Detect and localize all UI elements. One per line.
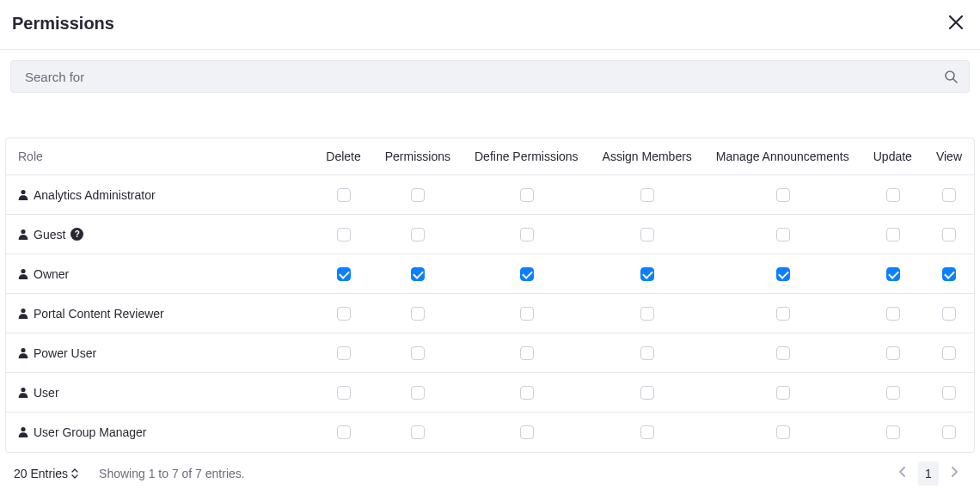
checkbox-assign-members[interactable] (640, 425, 654, 439)
column-header-view[interactable]: View (924, 138, 974, 175)
checkbox-view[interactable] (942, 386, 956, 400)
checkbox-update[interactable] (886, 425, 900, 439)
checkbox-assign-members[interactable] (640, 188, 654, 202)
checkbox-view[interactable] (942, 307, 956, 321)
checkbox-view[interactable] (942, 228, 956, 241)
permission-cell (704, 373, 861, 413)
checkbox-assign-members[interactable] (640, 346, 654, 360)
help-icon[interactable]: ? (70, 228, 83, 241)
checkbox-delete[interactable] (337, 425, 351, 439)
checkbox-define-permissions[interactable] (520, 346, 534, 360)
checkbox-manage-announcements[interactable] (776, 307, 790, 321)
permission-cell (924, 373, 974, 413)
checkbox-define-permissions[interactable] (520, 307, 534, 321)
footer-left: 20 Entries Showing 1 to 7 of 7 entries. (14, 467, 245, 480)
checkbox-permissions[interactable] (411, 346, 425, 360)
checkbox-assign-members[interactable] (640, 267, 654, 281)
role-cell: Analytics Administrator (6, 175, 314, 215)
checkbox-view[interactable] (942, 188, 956, 202)
checkbox-define-permissions[interactable] (520, 425, 534, 439)
checkbox-assign-members[interactable] (640, 386, 654, 400)
current-page[interactable]: 1 (918, 461, 939, 486)
checkbox-delete[interactable] (337, 188, 351, 202)
permission-cell (704, 333, 861, 373)
pager: 1 (891, 461, 966, 486)
checkbox-manage-announcements[interactable] (776, 346, 790, 360)
column-header-assign-members[interactable]: Assign Members (591, 138, 704, 175)
permission-cell (591, 373, 704, 413)
permission-cell (924, 254, 974, 294)
column-header-permissions[interactable]: Permissions (373, 138, 462, 175)
checkbox-update[interactable] (886, 228, 900, 241)
checkbox-view[interactable] (942, 267, 956, 281)
page-size-selector[interactable]: 20 Entries (14, 467, 78, 480)
checkbox-permissions[interactable] (411, 425, 425, 439)
permission-cell (591, 333, 704, 373)
permission-cell (704, 413, 861, 452)
checkbox-define-permissions[interactable] (520, 267, 534, 281)
person-icon (18, 229, 28, 240)
checkbox-define-permissions[interactable] (520, 228, 534, 241)
checkbox-update[interactable] (886, 346, 900, 360)
column-header-role[interactable]: Role (6, 138, 314, 175)
checkbox-manage-announcements[interactable] (776, 188, 790, 202)
column-header-define-permissions[interactable]: Define Permissions (462, 138, 591, 175)
checkbox-delete[interactable] (337, 386, 351, 400)
role-name: User Group Manager (34, 425, 147, 439)
permission-cell (373, 175, 462, 215)
checkbox-assign-members[interactable] (640, 228, 654, 241)
next-page-button[interactable] (942, 461, 966, 486)
column-header-update[interactable]: Update (861, 138, 924, 175)
checkbox-permissions[interactable] (411, 188, 425, 202)
permission-cell (462, 215, 591, 254)
checkbox-update[interactable] (886, 307, 900, 321)
checkbox-update[interactable] (886, 188, 900, 202)
search-input[interactable] (11, 61, 933, 92)
checkbox-permissions[interactable] (411, 307, 425, 321)
checkbox-delete[interactable] (337, 267, 351, 281)
permission-cell (462, 175, 591, 215)
checkbox-manage-announcements[interactable] (776, 267, 790, 281)
column-header-delete[interactable]: Delete (314, 138, 372, 175)
role-name: Power User (34, 346, 96, 360)
checkbox-define-permissions[interactable] (520, 188, 534, 202)
checkbox-update[interactable] (886, 386, 900, 400)
checkbox-delete[interactable] (337, 307, 351, 321)
permission-cell (314, 175, 372, 215)
permission-cell (861, 175, 924, 215)
checkbox-permissions[interactable] (411, 386, 425, 400)
role-name: Owner (34, 267, 69, 281)
close-button[interactable] (944, 10, 968, 37)
person-icon (18, 189, 28, 200)
svg-point-6 (21, 348, 25, 352)
svg-point-3 (21, 229, 25, 234)
search-icon[interactable] (933, 70, 969, 83)
checkbox-permissions[interactable] (411, 267, 425, 281)
permission-cell (462, 333, 591, 373)
checkbox-update[interactable] (886, 267, 900, 281)
checkbox-view[interactable] (942, 425, 956, 439)
checkbox-assign-members[interactable] (640, 307, 654, 321)
checkbox-delete[interactable] (337, 346, 351, 360)
checkbox-define-permissions[interactable] (520, 386, 534, 400)
checkbox-permissions[interactable] (411, 228, 425, 241)
prev-page-button[interactable] (891, 461, 915, 486)
modal-header: Permissions (0, 0, 980, 50)
checkbox-view[interactable] (942, 346, 956, 360)
permission-cell (861, 413, 924, 452)
permissions-table: RoleDeletePermissionsDefine PermissionsA… (5, 138, 975, 453)
permission-cell (591, 413, 704, 452)
permission-cell (704, 254, 861, 294)
checkbox-manage-announcements[interactable] (776, 425, 790, 439)
checkbox-manage-announcements[interactable] (776, 386, 790, 400)
svg-line-1 (953, 79, 957, 83)
permission-cell (704, 294, 861, 333)
checkbox-delete[interactable] (337, 228, 351, 241)
table-row: Power User (6, 333, 974, 373)
permission-cell (704, 215, 861, 254)
checkbox-manage-announcements[interactable] (776, 228, 790, 241)
column-header-manage-announcements[interactable]: Manage Announcements (704, 138, 861, 175)
role-name: Guest (34, 228, 65, 241)
role-cell: Guest? (6, 215, 314, 254)
permission-cell (924, 175, 974, 215)
